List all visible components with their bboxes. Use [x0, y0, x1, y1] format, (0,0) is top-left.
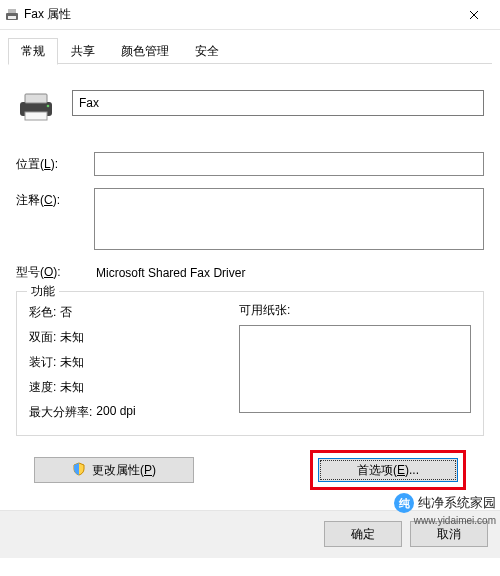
feature-duplex: 双面: 未知	[29, 329, 239, 346]
feature-speed: 速度: 未知	[29, 379, 239, 396]
comment-input[interactable]	[94, 188, 484, 250]
tab-content: 位置(L): 注释(C): 型号(O): Microsoft Shared Fa…	[0, 64, 500, 500]
tab-security[interactable]: 安全	[182, 38, 232, 65]
printer-name-input[interactable]	[72, 90, 484, 116]
change-properties-button[interactable]: 更改属性(P)	[34, 457, 194, 483]
paper-listbox[interactable]	[239, 325, 471, 413]
location-row: 位置(L):	[16, 152, 484, 176]
paper-label: 可用纸张:	[239, 302, 471, 319]
titlebar: Fax 属性	[0, 0, 500, 30]
svg-rect-2	[8, 16, 16, 19]
tab-colormgmt[interactable]: 颜色管理	[108, 38, 182, 65]
name-row	[16, 90, 484, 124]
tab-sharing[interactable]: 共享	[58, 38, 108, 65]
tabstrip: 常规 共享 颜色管理 安全	[0, 30, 500, 64]
close-button[interactable]	[451, 0, 496, 29]
model-value: Microsoft Shared Fax Driver	[96, 266, 245, 280]
printer-icon	[16, 90, 56, 124]
svg-point-6	[47, 105, 50, 108]
ok-button[interactable]: 确定	[324, 521, 402, 547]
location-label: 位置(L):	[16, 152, 86, 173]
window-title: Fax 属性	[24, 6, 451, 23]
preferences-button[interactable]: 首选项(E)...	[318, 458, 458, 482]
features-group: 功能 彩色: 否 双面: 未知 装订: 未知 速度: 未知 最大分辨率: 200…	[16, 291, 484, 436]
feature-maxres: 最大分辨率: 200 dpi	[29, 404, 239, 421]
svg-rect-4	[25, 94, 47, 103]
model-row: 型号(O): Microsoft Shared Fax Driver	[16, 264, 484, 281]
location-input[interactable]	[94, 152, 484, 176]
feature-color: 彩色: 否	[29, 304, 239, 321]
tab-general[interactable]: 常规	[8, 38, 58, 65]
svg-rect-5	[25, 112, 47, 120]
preferences-highlight: 首选项(E)...	[310, 450, 466, 490]
cancel-button[interactable]: 取消	[410, 521, 488, 547]
feature-staple: 装订: 未知	[29, 354, 239, 371]
shield-icon	[72, 462, 86, 479]
fax-icon	[4, 7, 20, 23]
svg-rect-1	[8, 9, 16, 13]
features-legend: 功能	[27, 283, 59, 300]
dialog-buttons-row: 确定 取消	[0, 510, 500, 558]
comment-row: 注释(C):	[16, 188, 484, 250]
model-label: 型号(O):	[16, 264, 96, 281]
comment-label: 注释(C):	[16, 188, 86, 209]
property-buttons-row: 更改属性(P) 首选项(E)...	[16, 450, 484, 490]
